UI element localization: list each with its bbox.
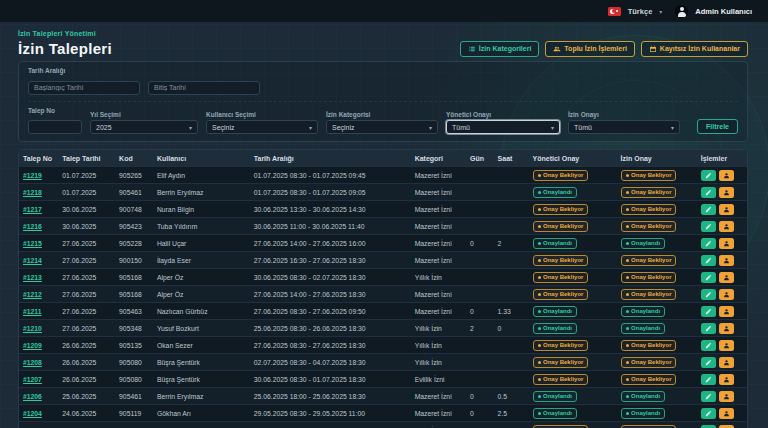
status-badge: Onay Bekliyor bbox=[621, 187, 677, 198]
status-badge: Onay Bekliyor bbox=[533, 289, 589, 300]
edit-button[interactable] bbox=[701, 187, 716, 198]
filter-submit-button[interactable]: Filtrele bbox=[697, 119, 738, 134]
edit-button[interactable] bbox=[701, 289, 716, 300]
edit-button[interactable] bbox=[701, 340, 716, 351]
request-link[interactable]: #1208 bbox=[23, 359, 42, 366]
row-actions bbox=[701, 170, 743, 181]
edit-button[interactable] bbox=[701, 221, 716, 232]
user-name-cell: Alper Öz bbox=[153, 286, 250, 303]
table-row: #121527.06.2025905228Halil Uçar27.06.202… bbox=[19, 235, 747, 252]
assign-user-button[interactable] bbox=[719, 425, 734, 428]
request-link[interactable]: #1204 bbox=[23, 410, 42, 417]
request-date: 25.06.2025 bbox=[58, 388, 115, 405]
edit-button[interactable] bbox=[701, 323, 716, 334]
edit-button[interactable] bbox=[701, 306, 716, 317]
request-link[interactable]: #1215 bbox=[23, 240, 42, 247]
edit-button[interactable] bbox=[701, 425, 716, 428]
status-dot-icon bbox=[626, 208, 629, 211]
user-avatar[interactable] bbox=[675, 5, 688, 18]
assign-user-button[interactable] bbox=[719, 221, 734, 232]
status-badge: Onay Bekliyor bbox=[533, 340, 589, 351]
request-link[interactable]: #1218 bbox=[23, 189, 42, 196]
assign-user-button[interactable] bbox=[719, 323, 734, 334]
assign-user-button[interactable] bbox=[719, 289, 734, 300]
toplu-izin-islemleri-button[interactable]: Toplu İzin İşlemleri bbox=[545, 41, 635, 57]
status-badge: Onaylandı bbox=[621, 323, 666, 334]
selected-value: Tümü bbox=[574, 124, 592, 131]
request-link[interactable]: #1219 bbox=[23, 172, 42, 179]
edit-button[interactable] bbox=[701, 374, 716, 385]
assign-user-button[interactable] bbox=[719, 272, 734, 283]
breadcrumb[interactable]: İzin Talepleri Yönetimi bbox=[18, 30, 748, 37]
manager-approval-select[interactable]: Tümü ▾ bbox=[446, 120, 560, 134]
request-link[interactable]: #1213 bbox=[23, 274, 42, 281]
kayitsiz-izin-kullananlar-button[interactable]: Kayıtsız İzin Kullananlar bbox=[641, 41, 748, 57]
edit-icon bbox=[705, 257, 712, 264]
request-link[interactable]: #1206 bbox=[23, 393, 42, 400]
talep-no-input[interactable] bbox=[28, 120, 82, 134]
year-select[interactable]: 2025 ▾ bbox=[90, 120, 198, 134]
assign-user-button[interactable] bbox=[719, 306, 734, 317]
edit-icon bbox=[705, 189, 712, 196]
assign-user-button[interactable] bbox=[719, 391, 734, 402]
edit-button[interactable] bbox=[701, 408, 716, 419]
leave-approval-select[interactable]: Tümü ▾ bbox=[568, 120, 680, 134]
edit-icon bbox=[705, 359, 712, 366]
assign-user-button[interactable] bbox=[719, 204, 734, 215]
table-row: #121730.06.2025900748Nuran Bilgin30.06.2… bbox=[19, 201, 747, 218]
start-date-input[interactable] bbox=[28, 81, 140, 95]
request-link[interactable]: #1216 bbox=[23, 223, 42, 230]
hour-cell bbox=[494, 167, 529, 184]
category-select[interactable]: Seçiniz ▾ bbox=[326, 120, 438, 134]
day-cell bbox=[466, 286, 494, 303]
user-select-label: Kullanıcı Seçimi bbox=[206, 111, 318, 118]
hour-cell bbox=[494, 286, 529, 303]
edit-button[interactable] bbox=[701, 170, 716, 181]
edit-button[interactable] bbox=[701, 238, 716, 249]
request-link[interactable]: #1207 bbox=[23, 376, 42, 383]
user-select[interactable]: Seçiniz ▾ bbox=[206, 120, 318, 134]
request-link[interactable]: #1211 bbox=[23, 308, 42, 315]
assign-user-button[interactable] bbox=[719, 357, 734, 368]
user-name-cell: Büşra Şentürk bbox=[153, 354, 250, 371]
category-cell: Mazeret İzni bbox=[411, 252, 466, 269]
day-cell: 0 bbox=[466, 235, 494, 252]
izin-kategorileri-button[interactable]: İzin Kategorileri bbox=[460, 41, 540, 57]
person-icon bbox=[723, 308, 730, 315]
status-badge: Onaylandı bbox=[533, 306, 578, 317]
edit-button[interactable] bbox=[701, 272, 716, 283]
category-cell: Mazeret İzni bbox=[411, 235, 466, 252]
chevron-down-icon: ▾ bbox=[671, 124, 674, 131]
button-label: Toplu İzin İşlemleri bbox=[564, 45, 627, 52]
table-row: #120926.06.2025905135Okan Sezer27.06.202… bbox=[19, 337, 747, 354]
date-range-cell: 30.06.2025 08:30 - 01.07.2025 18:30 bbox=[250, 371, 411, 388]
status-badge: Onay Bekliyor bbox=[621, 357, 677, 368]
request-link[interactable]: #1212 bbox=[23, 291, 42, 298]
category-cell: Yıllık İzin bbox=[411, 320, 466, 337]
edit-button[interactable] bbox=[701, 204, 716, 215]
assign-user-button[interactable] bbox=[719, 340, 734, 351]
request-link[interactable]: #1209 bbox=[23, 342, 42, 349]
edit-button[interactable] bbox=[701, 391, 716, 402]
assign-user-button[interactable] bbox=[719, 374, 734, 385]
chevron-down-icon: ▾ bbox=[551, 124, 554, 131]
assign-user-button[interactable] bbox=[719, 187, 734, 198]
assign-user-button[interactable] bbox=[719, 255, 734, 266]
category-cell: Mazeret İzni bbox=[411, 167, 466, 184]
request-date: 27.06.2025 bbox=[58, 303, 115, 320]
request-link[interactable]: #1214 bbox=[23, 257, 42, 264]
edit-button[interactable] bbox=[701, 357, 716, 368]
status-badge: Onay Bekliyor bbox=[533, 357, 589, 368]
end-date-input[interactable] bbox=[148, 81, 260, 95]
request-link[interactable]: #1210 bbox=[23, 325, 42, 332]
assign-user-button[interactable] bbox=[719, 408, 734, 419]
request-link[interactable]: #1217 bbox=[23, 206, 42, 213]
status-dot-icon bbox=[626, 395, 629, 398]
language-selector[interactable]: Türkçe bbox=[628, 7, 653, 16]
assign-user-button[interactable] bbox=[719, 170, 734, 181]
user-name[interactable]: Admin Kullanıcı bbox=[695, 7, 752, 16]
column-header: Talep No bbox=[19, 150, 58, 167]
user-name-cell: Gökhan Arı bbox=[153, 405, 250, 422]
edit-button[interactable] bbox=[701, 255, 716, 266]
assign-user-button[interactable] bbox=[719, 238, 734, 249]
